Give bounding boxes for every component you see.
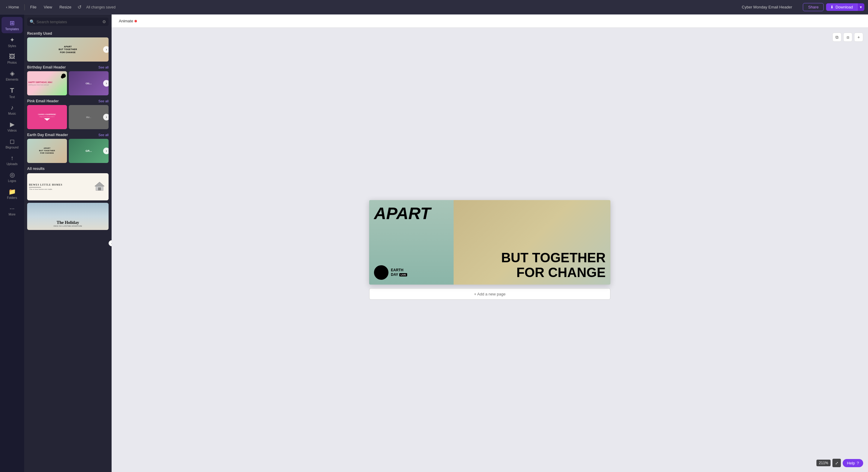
videos-label: Videos — [7, 129, 17, 132]
folders-label: Folders — [7, 196, 17, 200]
recently-used-title: Recently Used — [27, 31, 52, 36]
add-page-button[interactable]: + Add a new page — [369, 288, 611, 300]
main-layout: ⊞ Templates ✦ Styles 🖼 Photos ◈ Elements… — [0, 14, 868, 472]
birthday-preview-1: HAPPY BIRTHDAY, MIA! wishing you more lo… — [27, 71, 67, 95]
download-group: ⬇ Download ▾ — [826, 3, 864, 11]
text-icon: T — [10, 87, 14, 94]
recently-used-row: APARTBUT TOGETHERFOR CHANGE › — [27, 37, 108, 62]
earth-preview-1: APARTBUT TOGETHERFOR CHANGE — [27, 139, 67, 163]
sidebar-item-elements[interactable]: ◈ Elements — [1, 67, 23, 84]
recently-used-thumb[interactable]: APARTBUT TOGETHERFOR CHANGE — [27, 37, 108, 62]
help-button[interactable]: Help ? — [843, 459, 863, 467]
home-label: Home — [8, 5, 19, 9]
sidebar-item-music[interactable]: ♪ Music — [1, 102, 23, 118]
filter-icon[interactable]: ⚙ — [102, 19, 106, 24]
download-button[interactable]: ⬇ Download — [826, 3, 857, 11]
list-item[interactable]: HEWES LITTLE HOMES This is how homes are… — [27, 173, 108, 200]
pink-thumb-1[interactable]: I HAVE A SURPRISE! I hope you're going t… — [27, 105, 67, 129]
download-dropdown-button[interactable]: ▾ — [857, 3, 864, 11]
earth-day-word: DAY — [391, 272, 398, 277]
birthday-thumb-1[interactable]: HAPPY BIRTHDAY, MIA! wishing you more lo… — [27, 71, 67, 95]
birthday-see-all[interactable]: See all — [98, 65, 108, 69]
resize-menu[interactable]: Resize — [57, 4, 74, 10]
design-canvas[interactable]: APART EARTH DAY LIVE — [369, 200, 611, 285]
holiday-sub-text: ONCE IN A LIFETIME ADVENTURE — [54, 225, 82, 227]
canvas-area: Animate ⧉ ⧈ + APART — [112, 14, 868, 472]
birthday-thumb-2[interactable]: CEL... — [69, 71, 108, 95]
animate-label: Animate — [119, 19, 133, 23]
file-menu[interactable]: File — [28, 4, 39, 10]
sidebar-item-styles[interactable]: ✦ Styles — [1, 34, 23, 50]
earth-header: Earth Day Email Header See all — [27, 133, 108, 137]
sidebar-item-photos[interactable]: 🖼 Photos — [1, 51, 23, 67]
animate-indicator — [134, 20, 137, 22]
list-item[interactable]: The Holiday ONCE IN A LIFETIME ADVENTURE — [27, 203, 108, 230]
add-button[interactable]: + — [854, 33, 863, 42]
canvas-scroll[interactable]: ⧉ ⧈ + APART EARTH — [112, 28, 868, 472]
music-icon: ♪ — [10, 104, 13, 111]
sidebar-item-text[interactable]: T Text — [1, 84, 23, 101]
holiday-title-text: The Holiday — [54, 220, 82, 225]
background-label: Bkground — [6, 146, 19, 149]
uploads-label: Uploads — [7, 163, 18, 166]
sidebar-item-background[interactable]: ◻ Bkground — [1, 135, 23, 151]
saved-status: All changes saved — [86, 5, 116, 9]
earth-see-all[interactable]: See all — [98, 133, 108, 137]
view-menu[interactable]: View — [41, 4, 55, 10]
icon-bar: ⊞ Templates ✦ Styles 🖼 Photos ◈ Elements… — [0, 14, 24, 472]
text-label: Text — [9, 95, 15, 99]
search-icon: 🔍 — [30, 19, 35, 24]
recently-used-arrow[interactable]: › — [103, 46, 108, 53]
together-line1: BUT TOGETHER — [501, 250, 606, 265]
pink-title: Pink Email Header — [27, 99, 59, 103]
all-results-title: All results — [27, 167, 44, 171]
earth-thumb-2[interactable]: GR... — [69, 139, 108, 163]
photos-icon: 🖼 — [9, 53, 15, 60]
recently-used-preview: APARTBUT TOGETHERFOR CHANGE — [27, 37, 108, 62]
sidebar-item-videos[interactable]: ▶ Videos — [1, 118, 23, 135]
sidebar-item-templates[interactable]: ⊞ Templates — [1, 17, 23, 33]
birthday-arrow[interactable]: › — [103, 80, 108, 87]
sidebar-item-logos[interactable]: ◎ Logos — [1, 169, 23, 185]
design-right-section: BUT TOGETHER FOR CHANGE — [454, 200, 611, 285]
pink-see-all[interactable]: See all — [98, 99, 108, 103]
project-title: Cyber Monday Email Header — [742, 5, 792, 9]
panel-content: Recently Used APARTBUT TOGETHERFOR CHANG… — [24, 28, 112, 472]
canvas-wrapper: APART EARTH DAY LIVE — [369, 200, 611, 300]
elements-label: Elements — [6, 78, 19, 81]
more-icon: ··· — [10, 205, 15, 212]
styles-label: Styles — [8, 45, 16, 48]
fullscreen-button[interactable]: ⤢ — [832, 459, 841, 467]
earth-title: Earth Day Email Header — [27, 133, 68, 137]
pink-thumb-2[interactable]: OU... — [69, 105, 108, 129]
home-button[interactable]: ‹ Home — [4, 4, 22, 10]
duplicate-frame-button[interactable]: ⧉ — [832, 33, 841, 42]
apart-text: APART — [374, 205, 431, 222]
uploads-icon: ↑ — [10, 154, 13, 161]
music-label: Music — [8, 112, 16, 115]
earth-day-live-badge: LIVE — [399, 273, 407, 276]
earth-day-logo: EARTH DAY LIVE — [374, 265, 449, 280]
holiday-preview: The Holiday ONCE IN A LIFETIME ADVENTURE — [27, 203, 108, 230]
hewes-title-text: HEWES LITTLE HOMES — [29, 183, 62, 186]
sidebar-item-folders[interactable]: 📁 Folders — [1, 186, 23, 202]
svg-rect-2 — [98, 187, 101, 190]
earth-day-text-block: EARTH DAY LIVE — [391, 268, 407, 276]
background-icon: ◻ — [10, 138, 15, 145]
animate-button[interactable]: Animate — [116, 18, 140, 25]
logos-icon: ◎ — [10, 171, 15, 178]
copy-button[interactable]: ⧈ — [843, 33, 852, 42]
pink-arrow[interactable]: › — [103, 114, 108, 120]
sidebar-item-more[interactable]: ··· More — [1, 203, 23, 218]
sidebar-item-uploads[interactable]: ↑ Uploads — [1, 152, 23, 168]
undo-button[interactable]: ↺ — [76, 3, 83, 11]
earth-circle — [374, 265, 389, 280]
together-line2: FOR CHANGE — [501, 265, 606, 280]
photos-label: Photos — [7, 61, 17, 64]
search-bar: 🔍 ⚙ — [27, 18, 108, 26]
birthday-header: Birthday Email Header See all — [27, 65, 108, 69]
share-button[interactable]: Share — [803, 3, 824, 11]
earth-thumb-1[interactable]: APARTBUT TOGETHERFOR CHANGE — [27, 139, 67, 163]
earth-arrow[interactable]: › — [103, 148, 108, 154]
search-input[interactable] — [36, 20, 100, 24]
